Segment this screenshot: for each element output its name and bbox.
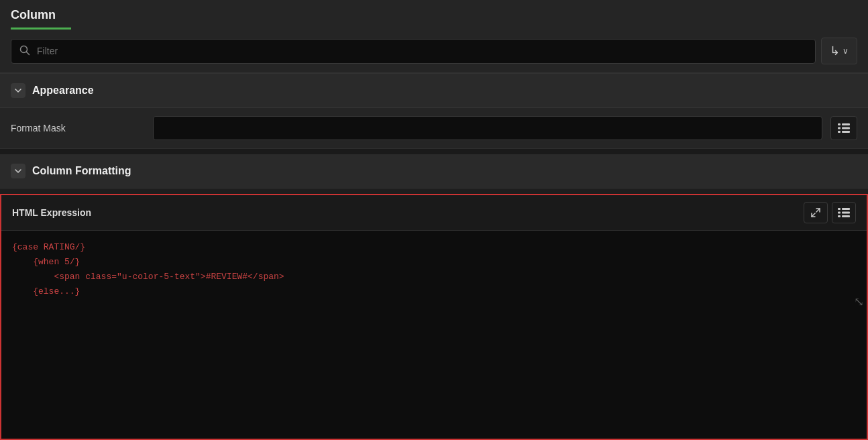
html-expression-body[interactable]: {case RATING/} {when 5/} <span class="u-… — [1, 231, 867, 311]
svg-rect-10 — [838, 208, 840, 210]
svg-rect-4 — [838, 127, 840, 129]
chevron-down-icon: ∨ — [843, 46, 849, 56]
html-expression-list-button[interactable] — [832, 202, 856, 223]
column-formatting-section: Column Formatting — [0, 154, 868, 188]
column-formatting-collapse-button[interactable] — [11, 164, 25, 178]
svg-line-1 — [27, 52, 30, 54]
filter-input[interactable] — [37, 46, 807, 56]
search-icon — [19, 45, 30, 58]
section-separator — [0, 149, 868, 154]
code-line-4: {else...} — [12, 284, 856, 299]
appearance-section-header: Appearance — [0, 74, 868, 108]
format-mask-list-button[interactable] — [830, 116, 857, 140]
format-mask-row: Format Mask — [0, 108, 868, 149]
svg-rect-5 — [842, 127, 850, 129]
code-line-3: <span class="u-color-5-text">#REVIEW#</s… — [12, 270, 856, 284]
svg-rect-13 — [842, 212, 850, 214]
filter-input-wrapper — [11, 39, 816, 64]
column-panel: Column ↳ ∨ Appearance — [0, 0, 868, 440]
appearance-collapse-button[interactable] — [11, 83, 25, 98]
html-expression-expand-button[interactable] — [804, 202, 828, 223]
svg-rect-2 — [838, 123, 840, 125]
appearance-section-title: Appearance — [32, 85, 94, 97]
html-expression-actions — [804, 202, 856, 223]
html-expression-section: HTML Expression — [0, 194, 868, 440]
format-mask-input[interactable] — [153, 116, 822, 140]
svg-rect-3 — [842, 123, 850, 125]
svg-rect-15 — [842, 215, 850, 217]
svg-rect-14 — [838, 215, 840, 217]
format-mask-label: Format Mask — [11, 123, 145, 133]
filter-action-button[interactable]: ↳ ∨ — [821, 38, 857, 64]
svg-rect-11 — [842, 208, 850, 210]
panel-header: Column — [0, 0, 868, 30]
code-line-1: {case RATING/} — [12, 240, 856, 255]
appearance-section: Appearance — [0, 74, 868, 108]
html-expression-header: HTML Expression — [1, 195, 867, 231]
html-expression-title: HTML Expression — [12, 207, 91, 218]
svg-rect-12 — [838, 212, 840, 214]
svg-rect-6 — [838, 131, 840, 133]
filter-row: ↳ ∨ — [0, 30, 868, 73]
resize-handle[interactable]: ⤡ — [854, 296, 864, 309]
code-line-2: {when 5/} — [12, 255, 856, 270]
return-arrow-icon: ↳ — [830, 44, 840, 58]
column-formatting-section-title: Column Formatting — [32, 165, 131, 177]
column-formatting-section-header: Column Formatting — [0, 154, 868, 188]
svg-rect-7 — [842, 131, 850, 133]
panel-title: Column — [11, 8, 56, 28]
